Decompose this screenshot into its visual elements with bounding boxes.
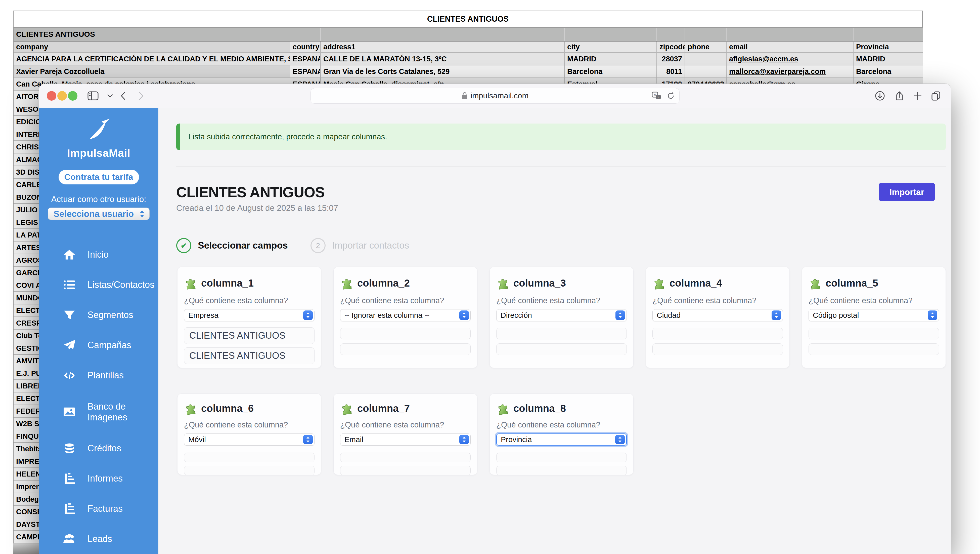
sheet-cell: [854, 28, 923, 42]
puzzle-icon: [184, 401, 197, 415]
sample-value-2: [340, 466, 471, 475]
sidebar-item-segmentos[interactable]: Segmentos: [39, 300, 158, 330]
sheet-window-title: CLIENTES ANTIGUOS: [14, 11, 922, 28]
close-window-button[interactable]: [47, 91, 56, 101]
sidebar-item-label: Informes: [88, 473, 123, 484]
sample-value-2: CLIENTES ANTIGUOS: [184, 348, 315, 364]
select-arrows-icon: [139, 209, 145, 219]
sheet-cell: [727, 28, 854, 42]
sheet-cell: Provincia: [854, 42, 923, 53]
coins-icon: [63, 442, 76, 455]
sample-value-2: [340, 343, 471, 355]
sheet-cell: 28037: [657, 53, 685, 65]
sidebar-item-leads[interactable]: Leads: [39, 524, 158, 554]
sidebar-item-facturas[interactable]: Facturas: [39, 493, 158, 524]
mapping-card-columna_7: columna_7¿Qué contiene esta columna?Emai…: [333, 393, 477, 475]
sidebar-item-inicio[interactable]: Inicio: [39, 239, 158, 270]
sidebar-item-campa-as[interactable]: Campañas: [39, 330, 158, 360]
new-tab-icon[interactable]: [912, 89, 924, 102]
sheet-cell: zipcode: [657, 42, 685, 53]
svg-text:x: x: [657, 96, 659, 99]
select-value: Móvil: [188, 435, 206, 444]
sheet-cell: afiglesias@accm.es: [727, 53, 854, 65]
sample-value-1: CLIENTES ANTIGUOS: [184, 327, 315, 344]
sample-value-2: [496, 466, 627, 475]
app-sidebar: ImpulsaMail Contrata tu tarifa Actuar co…: [39, 108, 158, 554]
success-alert: Lista subida correctamente, procede a ma…: [176, 123, 946, 150]
maximize-window-button[interactable]: [68, 91, 78, 101]
sheet-cell: MADRID: [854, 53, 923, 65]
sample-value-1: [496, 453, 627, 462]
chevron-down-icon[interactable]: [104, 89, 116, 102]
tab-overview-icon[interactable]: [930, 89, 942, 102]
step-select-fields: ✔ Seleccionar campos: [176, 238, 288, 253]
page-title: CLIENTES ANTIGUOS: [176, 184, 325, 201]
translate-icon[interactable]: Ax: [652, 91, 662, 101]
sheet-cell: MADRID: [565, 53, 657, 65]
sidebar-nav: InicioListas/ContactosSegmentosCampañasP…: [39, 239, 158, 554]
sample-value-1: [184, 453, 315, 462]
sidebar-item-label: Facturas: [88, 503, 123, 514]
import-button[interactable]: Importar: [879, 183, 935, 201]
select-stepper-icon: [772, 310, 781, 320]
column-field-select[interactable]: Móvil: [184, 433, 315, 445]
downloads-icon[interactable]: [873, 89, 886, 102]
puzzle-icon: [340, 276, 353, 290]
sidebar-toggle-icon[interactable]: [87, 89, 99, 102]
column-field-select[interactable]: Código postal: [808, 309, 939, 321]
sheet-cell: Xavier Pareja Cozcolluela: [14, 65, 290, 78]
svg-text:A: A: [654, 93, 656, 97]
sample-value-1: [808, 328, 939, 339]
users-icon: [63, 532, 76, 546]
sheet-cell: 8011: [657, 65, 685, 78]
column-field-select[interactable]: Email: [340, 433, 471, 445]
sidebar-item-informes[interactable]: Informes: [39, 463, 158, 493]
sheet-cell: [565, 28, 657, 42]
address-bar[interactable]: impulsamail.com Ax: [310, 88, 679, 104]
mapping-cards-row-2: columna_6¿Qué contiene esta columna?Móvi…: [177, 393, 633, 475]
forward-button[interactable]: [135, 89, 147, 102]
sidebar-item-plantillas[interactable]: Plantillas: [39, 360, 158, 391]
sidebar-item-cr-ditos[interactable]: Créditos: [39, 433, 158, 463]
sidebar-item-label: Banco de Imágenes: [88, 401, 158, 423]
column-field-select[interactable]: -- Ignorar esta columna --: [340, 309, 471, 321]
main-content: Lista subida correctamente, procede a ma…: [158, 108, 951, 554]
sidebar-item-label: Plantillas: [88, 370, 124, 381]
lock-icon: [461, 92, 468, 100]
sample-value-1: [496, 328, 627, 339]
back-button[interactable]: [117, 89, 129, 102]
select-stepper-icon: [928, 310, 937, 320]
select-stepper-icon: [459, 310, 469, 320]
sidebar-item-listas-contactos[interactable]: Listas/Contactos: [39, 270, 158, 300]
column-title: columna_5: [826, 278, 878, 289]
report-icon: [63, 472, 76, 485]
sheet-cell: ESPANA: [290, 65, 321, 78]
sidebar-item-banco-de-im-genes[interactable]: Banco de Imágenes: [39, 391, 158, 433]
reload-icon[interactable]: [666, 91, 675, 101]
sheet-cell: [685, 28, 727, 42]
sample-value-2: [496, 343, 627, 355]
sidebar-item-label: Listas/Contactos: [88, 279, 154, 290]
share-icon[interactable]: [893, 89, 905, 102]
column-field-select[interactable]: Empresa: [184, 309, 315, 321]
sheet-cell: AGENCIA PARA LA CERTIFICACIÓN DE LA CALI…: [14, 53, 290, 65]
puzzle-icon: [652, 276, 665, 290]
column-field-select[interactable]: Dirección: [496, 309, 627, 321]
minimize-window-button[interactable]: [57, 91, 67, 101]
select-value: Dirección: [501, 311, 532, 319]
user-select[interactable]: Selecciona usuario: [48, 208, 150, 220]
column-field-select[interactable]: Provincia: [496, 433, 627, 445]
column-title: columna_2: [357, 278, 410, 289]
sheet-cell: company: [14, 42, 290, 53]
select-value: Ciudad: [657, 311, 681, 319]
spreadsheet-bottom-scrollbar[interactable]: [13, 543, 40, 554]
sheet-cell: [290, 28, 321, 42]
column-title: columna_3: [513, 278, 566, 289]
paper-plane-icon: [63, 338, 76, 352]
column-question: ¿Qué contiene esta columna?: [340, 420, 471, 429]
contract-plan-button[interactable]: Contrata tu tarifa: [59, 170, 139, 185]
divider: [176, 166, 946, 167]
column-field-select[interactable]: Ciudad: [652, 309, 783, 321]
sheet-cell: ESPANA: [290, 53, 321, 65]
select-stepper-icon: [303, 310, 313, 320]
